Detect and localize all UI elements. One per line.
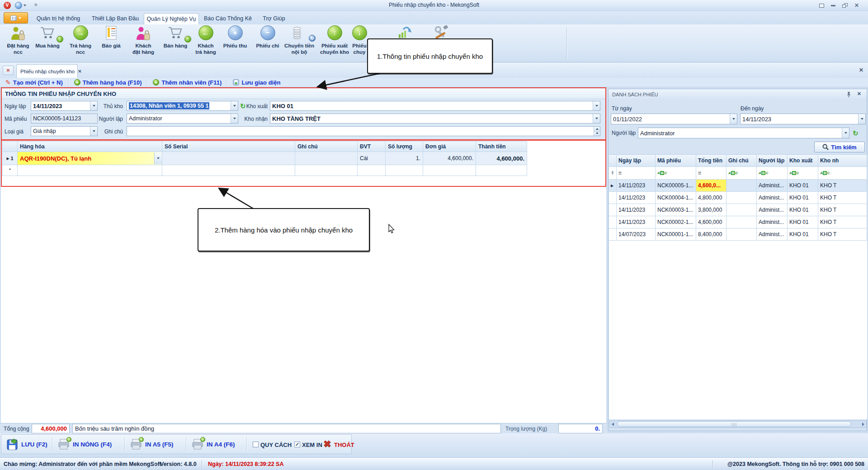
horizontal-scrollbar[interactable]: ||||: [609, 420, 867, 428]
new-record-button[interactable]: ✎ Tạo mới (Ctrl + N): [0, 79, 68, 86]
product-cell[interactable]: AQR-I190DN(DC), Tủ lạnh: [18, 152, 162, 165]
new-row-cell[interactable]: [476, 165, 527, 176]
from-date-input[interactable]: 01/11/2022: [611, 114, 737, 124]
filter-cell-wh-from[interactable]: ABC: [788, 167, 818, 180]
spec-checkbox[interactable]: [253, 442, 259, 447]
panel-close-icon[interactable]: ✕: [857, 91, 861, 97]
export-warehouse-combobox[interactable]: KHO 01: [270, 101, 600, 111]
filter-cell-code[interactable]: ABC: [656, 167, 696, 180]
ribbon-button-tra-hang-ncc[interactable]: → Trả hàngncc: [63, 25, 98, 60]
filter-cell-note[interactable]: ABC: [726, 167, 757, 180]
column-header-dvt[interactable]: ĐVT: [358, 142, 386, 152]
new-row-cell[interactable]: [386, 165, 423, 176]
cell-code[interactable]: NCK00003-1...: [656, 204, 696, 216]
cell-wh-to[interactable]: KHO T: [818, 216, 867, 228]
tab-bao-cao-thong-ke[interactable]: Báo Cáo Thống Kê: [201, 13, 255, 24]
column-header-kho-xuat[interactable]: Kho xuất: [788, 155, 818, 167]
scroll-right-icon[interactable]: [862, 423, 864, 426]
column-header-kho-nhan[interactable]: Kho nh: [818, 155, 867, 167]
exit-icon[interactable]: ✖: [323, 438, 331, 449]
column-header-thanh-tien[interactable]: Thành tiền: [476, 142, 527, 152]
pin-icon[interactable]: [846, 91, 851, 98]
cell-date[interactable]: 14/11/2023: [617, 192, 656, 204]
scroll-left-icon[interactable]: [612, 423, 614, 426]
note-input[interactable]: [127, 126, 600, 136]
exit-button-label[interactable]: THOÁT: [334, 442, 354, 448]
tab-list-close-button[interactable]: ✕: [3, 66, 14, 75]
cell-note[interactable]: [726, 228, 757, 241]
cell-creator[interactable]: Administ...: [757, 204, 788, 216]
price-type-combobox[interactable]: Giá nhập: [31, 126, 98, 136]
column-header-ghi-chu[interactable]: Ghi chú: [295, 142, 358, 152]
cell-wh-to[interactable]: KHO T: [818, 228, 867, 241]
refresh-icon[interactable]: ↻: [853, 129, 859, 138]
chevron-down-icon[interactable]: [231, 101, 238, 110]
tab-tro-giup[interactable]: Trợ Giúp: [259, 13, 289, 24]
cell-wh-from[interactable]: KHO 01: [788, 204, 818, 216]
new-row-cell[interactable]: [18, 165, 162, 176]
tab-quan-tri-he-thong[interactable]: Quản trị hệ thống: [32, 13, 85, 24]
column-header-tong-tien[interactable]: Tổng tiền: [696, 155, 726, 167]
cell-total[interactable]: 4,600,0...: [696, 180, 726, 192]
cell-code[interactable]: NCK00001-1...: [656, 228, 696, 241]
chevron-down-icon[interactable]: [858, 114, 865, 124]
cell-creator[interactable]: Administ...: [757, 180, 788, 192]
cell-total[interactable]: 4,800,000: [696, 192, 726, 204]
cell-note[interactable]: [726, 204, 757, 216]
serial-cell[interactable]: [162, 152, 295, 165]
preview-checkbox-label[interactable]: XEM IN: [302, 442, 322, 448]
cell-date[interactable]: 14/11/2023: [617, 180, 656, 192]
scrollbar-thumb[interactable]: ||||: [617, 421, 851, 427]
chevron-down-icon[interactable]: [842, 128, 849, 138]
tab-quan-ly-nghiep-vu[interactable]: Quản Lý Nghiệp Vụ: [144, 13, 199, 24]
cell-total[interactable]: 4,600,000: [696, 216, 726, 228]
chevron-down-icon[interactable]: [730, 114, 737, 124]
add-employee-button[interactable]: + Thêm nhân viên (F11): [147, 79, 227, 86]
quick-access-orb-icon[interactable]: [15, 2, 22, 9]
restore-button[interactable]: [840, 2, 850, 9]
column-header-ma-phieu[interactable]: Mã phiếu: [656, 155, 696, 167]
chevron-down-icon[interactable]: [593, 114, 600, 123]
chevron-down-icon[interactable]: [231, 114, 238, 123]
to-date-input[interactable]: 14/11/2023: [740, 114, 866, 124]
column-header-don-gia[interactable]: Đơn giá: [423, 142, 476, 152]
chevron-down-icon[interactable]: [90, 127, 97, 136]
column-header-nguoi-lap[interactable]: Người lập: [757, 155, 788, 167]
cell-date[interactable]: 14/07/2023: [617, 228, 656, 241]
cell-wh-from[interactable]: KHO 01: [788, 180, 818, 192]
close-button[interactable]: ✕: [852, 2, 862, 9]
minimize-button[interactable]: [828, 2, 838, 9]
cell-wh-from[interactable]: KHO 01: [788, 192, 818, 204]
filter-cell-creator[interactable]: ABC: [757, 167, 788, 180]
ribbon-button-phieu-chi[interactable]: − Phiếu chi: [250, 25, 285, 60]
import-warehouse-combobox[interactable]: KHO TẦNG TRỆT: [270, 114, 600, 123]
spec-checkbox-label[interactable]: QUY CÁCH: [260, 442, 292, 448]
ribbon-button-bao-gia[interactable]: Báo giá: [94, 25, 129, 60]
cell-creator[interactable]: Administ...: [757, 192, 788, 204]
cell-wh-from[interactable]: KHO 01: [788, 228, 818, 241]
new-row-cell[interactable]: [358, 165, 386, 176]
cell-creator[interactable]: Administ...: [757, 216, 788, 228]
creator-filter-combobox[interactable]: Administrator: [638, 128, 849, 138]
unit-cell[interactable]: Cái: [358, 152, 386, 165]
total-cell[interactable]: 4,600,000.: [476, 152, 527, 165]
cell-note[interactable]: [726, 216, 757, 228]
application-menu-button[interactable]: [4, 12, 28, 24]
tab-thiet-lap-ban-dau[interactable]: Thiết Lập Ban Đầu: [89, 13, 142, 24]
print-a5-button[interactable]: ? IN A5 (F5): [130, 438, 174, 450]
cell-wh-to[interactable]: KHO T: [818, 192, 867, 204]
column-header-ghi-chu[interactable]: Ghi chú: [726, 155, 757, 167]
cell-date[interactable]: 14/11/2023: [617, 216, 656, 228]
note-cell[interactable]: [295, 152, 358, 165]
preview-checkbox[interactable]: ✓: [294, 442, 300, 447]
chevron-down-icon[interactable]: [90, 101, 97, 110]
ribbon-button-chuyen-tien-noi-bo[interactable]: ↻ Chuyển tiềnnội bộ: [282, 25, 317, 60]
search-button[interactable]: Tìm kiếm: [814, 142, 865, 152]
fullscreen-button[interactable]: [816, 2, 826, 9]
cell-date[interactable]: 14/11/2023: [617, 204, 656, 216]
tab-phieu-nhap-chuyen-kho[interactable]: Phiếu nhập chuyển kho ✕: [16, 64, 78, 78]
new-row-cell[interactable]: [295, 165, 358, 176]
chevron-down-icon[interactable]: [593, 101, 600, 110]
column-header-so-serial[interactable]: Số Serial: [162, 142, 295, 152]
filter-cell-wh-to[interactable]: ABC: [818, 167, 867, 180]
